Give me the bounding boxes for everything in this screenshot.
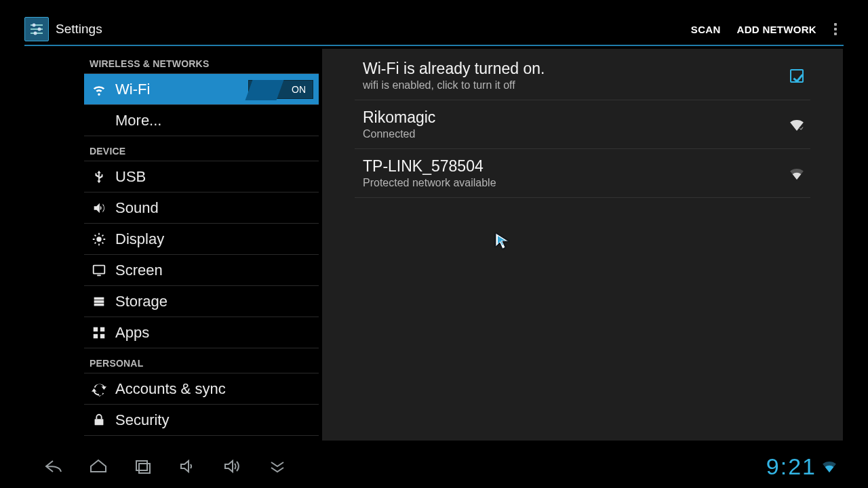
svg-rect-11: [94, 303, 104, 306]
svg-rect-15: [100, 333, 104, 338]
wifi-content-panel: Wi-Fi is already turned on. wifi is enab…: [321, 49, 844, 441]
sidebar-item-screen[interactable]: Screen: [84, 255, 319, 286]
sidebar-item-more[interactable]: More...: [84, 105, 319, 136]
settings-app-icon: [24, 17, 49, 41]
section-header-personal: PERSONAL: [84, 348, 319, 373]
display-icon: [90, 230, 108, 249]
wifi-network-status: Protected network available: [363, 177, 496, 189]
sidebar-item-label: Storage: [115, 293, 167, 310]
settings-sidebar: WIRELESS & NETWORKS Wi-Fi ON More... DEV…: [84, 49, 319, 441]
svg-rect-10: [94, 300, 104, 303]
volume-up-button[interactable]: [210, 453, 255, 480]
sidebar-item-accounts-sync[interactable]: Accounts & sync: [84, 373, 319, 405]
wifi-network-name: Rikomagic: [363, 108, 435, 127]
svg-rect-8: [97, 274, 101, 276]
svg-point-5: [34, 32, 37, 35]
sidebar-item-label: Sound: [115, 199, 159, 217]
sidebar-item-storage[interactable]: Storage: [84, 286, 319, 317]
wifi-network-row[interactable]: Rikomagic Connected: [355, 100, 810, 149]
overflow-menu-icon[interactable]: [827, 17, 844, 41]
svg-rect-19: [139, 464, 150, 473]
sidebar-item-wifi[interactable]: Wi-Fi ON: [84, 74, 319, 105]
section-header-device: DEVICE: [84, 136, 319, 161]
sidebar-item-sound[interactable]: Sound: [84, 192, 319, 224]
system-navbar: 9:21: [0, 447, 868, 485]
wifi-status-icon: [822, 460, 837, 472]
sidebar-item-label: Wi-Fi: [115, 81, 150, 98]
wifi-network-status: Connected: [363, 128, 435, 140]
apps-icon: [90, 323, 108, 342]
sidebar-item-label: Screen: [115, 262, 163, 279]
sidebar-item-label: More...: [115, 112, 161, 129]
sidebar-item-apps[interactable]: Apps: [84, 317, 319, 348]
sidebar-item-label: Accounts & sync: [115, 380, 226, 398]
svg-point-6: [96, 237, 101, 241]
svg-rect-12: [94, 327, 98, 331]
scan-button[interactable]: SCAN: [683, 20, 729, 39]
wifi-signal-icon: [783, 119, 810, 131]
action-bar: Settings SCAN ADD NETWORK: [24, 14, 844, 46]
status-clock[interactable]: 9:21: [766, 453, 837, 480]
wifi-network-row[interactable]: TP-LINK_578504 Protected network availab…: [355, 149, 810, 198]
wifi-toggle-state: ON: [292, 84, 306, 95]
storage-icon: [90, 292, 108, 311]
svg-rect-13: [100, 327, 104, 331]
hide-bar-button[interactable]: [255, 453, 300, 480]
sync-icon: [90, 380, 108, 399]
checkmark-icon: [790, 69, 804, 83]
sidebar-item-display[interactable]: Display: [84, 224, 319, 255]
back-button[interactable]: [31, 453, 76, 480]
wifi-network-name: TP-LINK_578504: [363, 157, 496, 176]
svg-rect-16: [95, 419, 104, 425]
svg-rect-7: [94, 265, 105, 273]
sidebar-item-label: Apps: [115, 324, 149, 342]
sidebar-item-label: USB: [115, 168, 146, 186]
svg-rect-9: [94, 297, 104, 300]
page-title: Settings: [56, 22, 102, 37]
recent-apps-button[interactable]: [121, 453, 165, 480]
wifi-status-row[interactable]: Wi-Fi is already turned on. wifi is enab…: [355, 52, 810, 100]
svg-rect-18: [136, 461, 147, 470]
svg-rect-14: [94, 333, 98, 338]
wifi-status-subtitle: wifi is enabled, click to turn it off: [363, 79, 545, 92]
clock-time: 9:21: [766, 453, 816, 480]
wifi-signal-icon: [783, 167, 810, 180]
lock-icon: [90, 411, 108, 430]
sound-icon: [90, 199, 108, 218]
sidebar-item-label: Security: [115, 411, 169, 429]
wifi-enabled-checkbox[interactable]: [783, 69, 810, 83]
add-network-button[interactable]: ADD NETWORK: [729, 20, 825, 39]
wifi-icon: [90, 80, 108, 99]
screen-icon: [90, 261, 108, 280]
svg-point-3: [33, 24, 36, 27]
sidebar-item-label: Display: [115, 230, 164, 248]
section-header-wireless: WIRELESS & NETWORKS: [84, 49, 319, 74]
sidebar-item-usb[interactable]: USB: [84, 161, 319, 192]
sidebar-item-security[interactable]: Security: [84, 405, 319, 436]
home-button[interactable]: [76, 453, 121, 480]
wifi-toggle[interactable]: ON: [248, 80, 313, 99]
wifi-status-title: Wi-Fi is already turned on.: [363, 60, 545, 78]
svg-point-4: [38, 28, 41, 31]
volume-down-button[interactable]: [165, 453, 210, 480]
usb-icon: [90, 167, 108, 186]
